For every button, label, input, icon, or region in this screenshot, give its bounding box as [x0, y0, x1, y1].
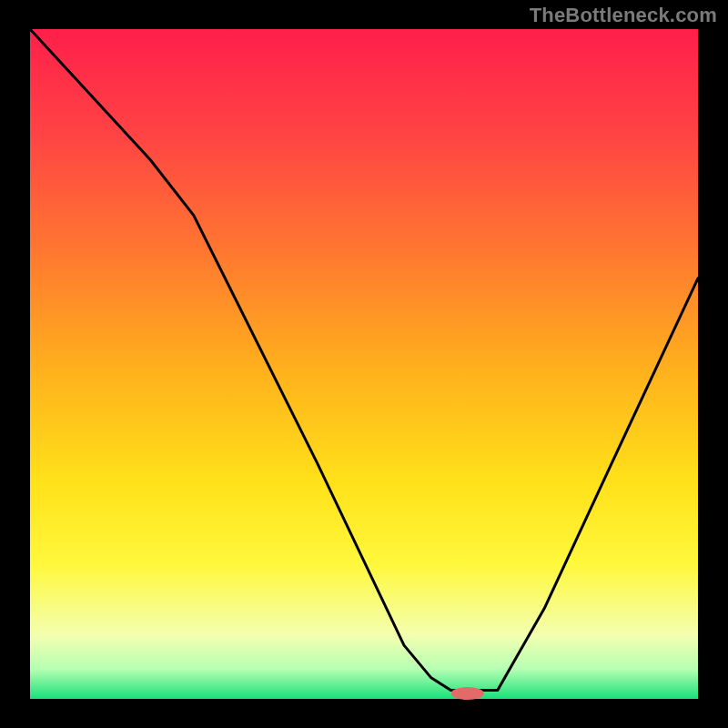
watermark-text: TheBottleneck.com — [530, 4, 717, 27]
chart-stage: { "watermark": "TheBottleneck.com", "plo… — [0, 0, 728, 728]
optimal-marker — [451, 687, 484, 700]
plot-svg — [0, 0, 728, 728]
gradient-background — [30, 29, 698, 699]
